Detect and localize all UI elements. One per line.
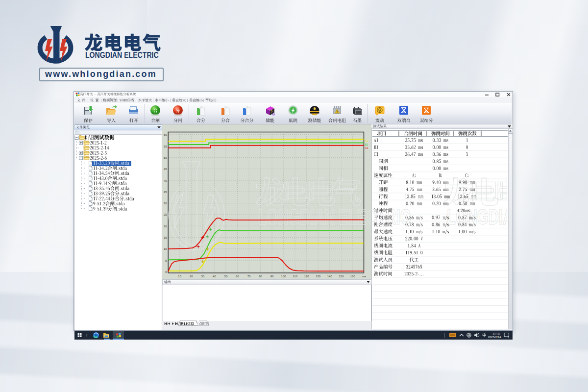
- svg-text:LONGDIAN ELECTRIC: LONGDIAN ELECTRIC: [371, 205, 411, 229]
- svg-text:LONGDIAN ELECTRIC: LONGDIAN ELECTRIC: [447, 205, 507, 229]
- svg-text:2: 2: [508, 336, 509, 339]
